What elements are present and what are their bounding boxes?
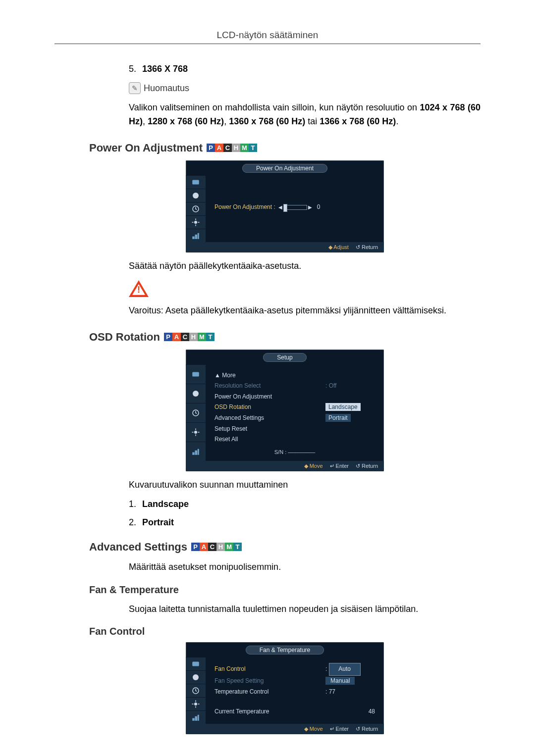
tag-c-icon: C: [223, 144, 232, 152]
mode-tags: P A C H M T: [207, 144, 257, 152]
osd-hint-enter: ↵ Enter: [330, 726, 349, 732]
svg-rect-0: [192, 180, 199, 184]
tag-m-icon: M: [240, 144, 249, 152]
heading-fan-temperature: Fan & Temperature: [89, 584, 481, 596]
osd-setup: Setup ▲ More Resolution Select: Off Powe…: [186, 350, 384, 471]
osd-option-manual[interactable]: Manual: [325, 677, 355, 685]
osd-serial: S/N : —————: [214, 449, 375, 455]
list-item-label: 1366 X 768: [142, 64, 188, 74]
osd-power-on-adjustment: Power On Adjustment Power On Adjustment …: [186, 160, 384, 252]
osd-item[interactable]: Fan Speed Setting: [214, 676, 264, 687]
svg-point-15: [193, 674, 199, 680]
tag-h-icon: H: [232, 144, 240, 152]
osd-hint-adjust: ◆ Adjust: [328, 244, 349, 251]
adv-description: Määrittää asetukset monipuolisemmin.: [129, 560, 481, 574]
tag-t-icon: T: [233, 543, 242, 551]
osd-value: : 77: [325, 687, 375, 698]
osd-hint-return: ↺ Return: [356, 463, 378, 469]
osd-hint-enter: ↵ Enter: [330, 463, 349, 469]
osd-tab-picture-icon[interactable]: [186, 384, 206, 403]
fan-temp-description: Suojaa laitetta tunnistamalla tuulettime…: [129, 603, 481, 616]
osd-value: 0: [317, 202, 321, 213]
svg-rect-6: [198, 233, 199, 239]
osd-current-temp-value: 48: [369, 708, 375, 715]
tag-p-icon: P: [164, 333, 172, 341]
osd-item[interactable]: Advanced Settings: [214, 413, 264, 424]
osd-sidebar: [186, 175, 206, 242]
svg-rect-19: [195, 716, 198, 721]
osd-tab-input-icon[interactable]: [186, 364, 206, 384]
osd-hint-return: ↺ Return: [356, 244, 378, 251]
osd-sidebar: [186, 657, 206, 724]
osd-option-portrait[interactable]: Portrait: [325, 414, 351, 422]
svg-rect-7: [192, 372, 199, 376]
svg-rect-4: [192, 236, 195, 239]
osd-hint-return: ↺ Return: [356, 726, 378, 732]
osd-tab-time-icon[interactable]: [186, 403, 206, 422]
osd-tab-time-icon[interactable]: [186, 202, 206, 215]
osd-item-selected[interactable]: OSD Rotation: [214, 402, 251, 413]
svg-point-3: [194, 221, 197, 224]
list-item-num: 5.: [129, 64, 140, 74]
osd-slider[interactable]: ◀ ▶: [278, 203, 312, 212]
power-description: Säätää näytön päällekytkentäaika-asetust…: [129, 259, 481, 273]
osd-more[interactable]: ▲ More: [214, 370, 236, 381]
osd-tab-time-icon[interactable]: [186, 684, 206, 697]
heading-power-on-adjustment: Power On Adjustment P A C H M T: [89, 142, 481, 154]
osd-tab-input-icon[interactable]: [186, 657, 206, 670]
tag-a-icon: A: [215, 144, 223, 152]
osd-tab-multi-icon[interactable]: [186, 710, 206, 724]
osd-sidebar: [186, 364, 206, 461]
svg-rect-5: [195, 235, 198, 239]
osd-title: Setup: [263, 353, 306, 362]
power-warning: Varoitus: Aseta päällekytkentäaika-asetu…: [129, 304, 481, 318]
osd-tab-input-icon[interactable]: [186, 175, 206, 189]
osd-item[interactable]: Temperature Control: [214, 687, 268, 698]
osd-option-landscape[interactable]: Landscape: [325, 403, 361, 411]
svg-rect-12: [195, 450, 198, 454]
tag-t-icon: T: [206, 333, 214, 341]
svg-rect-20: [198, 715, 199, 721]
heading-advanced-settings: Advanced Settings P A C H M T: [89, 541, 481, 554]
tag-c-icon: C: [181, 333, 189, 341]
list-item-5: 5. 1366 X 768: [129, 64, 481, 74]
osd-item[interactable]: Reset All: [214, 434, 238, 445]
list-item: 1. Landscape: [129, 499, 481, 509]
note-paragraph: Valikon valitseminen on mahdollista vain…: [129, 101, 481, 129]
osd-tab-multi-icon[interactable]: [186, 229, 206, 242]
osd-value: : Off: [325, 381, 375, 392]
tag-t-icon: T: [249, 144, 257, 152]
tag-m-icon: M: [198, 333, 206, 341]
osd-tab-picture-icon[interactable]: [186, 670, 206, 684]
osd-hint-move: ◆ Move: [304, 726, 323, 732]
svg-rect-13: [198, 449, 199, 454]
osd-fan-temperature: Fan & Temperature Fan Control: Auto Fan …: [186, 642, 384, 734]
osd-item[interactable]: Resolution Select: [214, 381, 261, 392]
heading-osd-rotation: OSD Rotation P A C H M T: [89, 331, 481, 344]
osd-item[interactable]: Setup Reset: [214, 424, 247, 435]
osd-title: Power On Adjustment: [242, 164, 327, 173]
note-icon: ✎: [129, 82, 141, 94]
svg-rect-14: [192, 662, 199, 666]
note-heading: ✎ Huomautus: [129, 82, 481, 94]
tag-a-icon: A: [200, 543, 208, 551]
osd-tab-setup-icon[interactable]: [186, 422, 206, 442]
osd-tab-picture-icon[interactable]: [186, 189, 206, 202]
tag-p-icon: P: [207, 144, 215, 152]
osd-tab-setup-icon[interactable]: [186, 697, 206, 710]
tag-h-icon: H: [216, 543, 225, 551]
tag-c-icon: C: [208, 543, 216, 551]
osd-item[interactable]: Power On Adjustment: [214, 392, 272, 403]
svg-point-1: [193, 193, 199, 199]
osd-tab-setup-icon[interactable]: [186, 215, 206, 229]
svg-point-17: [194, 703, 197, 706]
tag-a-icon: A: [172, 333, 181, 341]
osd-title: Fan & Temperature: [246, 646, 324, 655]
osd-tab-multi-icon[interactable]: [186, 442, 206, 461]
heading-fan-control: Fan Control: [89, 626, 481, 637]
mode-tags: P A C H M T: [191, 543, 242, 551]
osd-option-auto[interactable]: Auto: [329, 663, 361, 676]
osd-field-label: Power On Adjustment :: [214, 202, 275, 213]
osd-item-selected[interactable]: Fan Control: [214, 664, 246, 675]
tag-m-icon: M: [225, 543, 233, 551]
